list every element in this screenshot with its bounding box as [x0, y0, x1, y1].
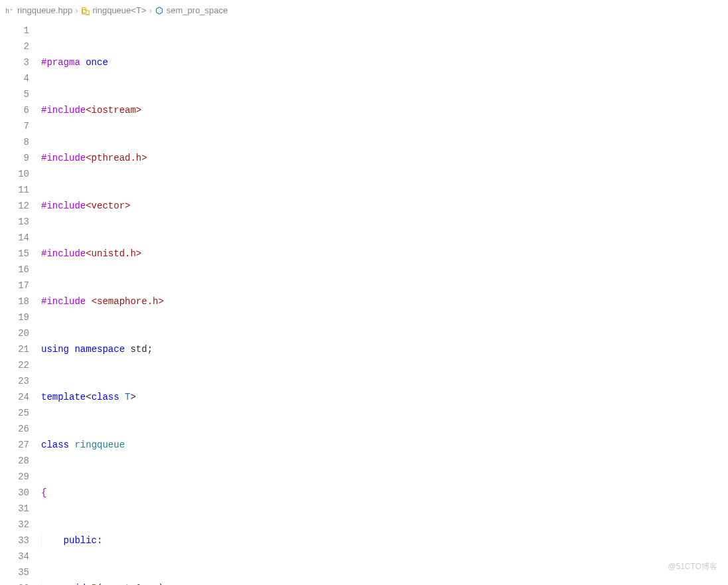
breadcrumb-file[interactable]: ringqueue.hpp: [17, 3, 72, 19]
line-number: 30: [0, 485, 29, 501]
line-number: 2: [0, 39, 29, 54]
line-number: 5: [0, 86, 29, 102]
svg-text:h⁺: h⁺: [5, 7, 13, 15]
class-icon: [80, 6, 90, 15]
line-number: 28: [0, 453, 29, 469]
line-number-gutter: 1234567891011121314151617181920212223242…: [0, 23, 41, 585]
line-number: 24: [0, 389, 29, 405]
line-number: 1: [0, 23, 29, 39]
line-number: 34: [0, 548, 29, 564]
line-number: 9: [0, 150, 29, 166]
watermark: @51CTO博客: [668, 558, 717, 574]
file-icon: h⁺: [5, 6, 15, 15]
chevron-right-icon: ›: [75, 3, 78, 19]
line-number: 33: [0, 533, 29, 548]
line-number: 32: [0, 517, 29, 533]
field-icon: [155, 6, 164, 15]
breadcrumb-member[interactable]: sem_pro_space: [167, 3, 228, 19]
line-number: 36: [0, 580, 29, 585]
line-number: 12: [0, 198, 29, 214]
breadcrumb: h⁺ ringqueue.hpp › ringqueue<T> › sem_pr…: [0, 0, 728, 21]
line-number: 26: [0, 421, 29, 437]
line-number: 11: [0, 182, 29, 198]
line-number: 23: [0, 373, 29, 389]
line-number: 3: [0, 54, 29, 70]
line-number: 22: [0, 357, 29, 373]
line-number: 31: [0, 501, 29, 517]
line-number: 21: [0, 341, 29, 357]
line-number: 20: [0, 325, 29, 341]
line-number: 8: [0, 134, 29, 150]
line-number: 6: [0, 102, 29, 118]
line-number: 17: [0, 278, 29, 293]
line-number: 16: [0, 262, 29, 278]
line-number: 29: [0, 469, 29, 485]
code-editor[interactable]: 1234567891011121314151617181920212223242…: [0, 21, 728, 585]
line-number: 4: [0, 70, 29, 86]
line-number: 13: [0, 214, 29, 230]
line-number: 14: [0, 230, 29, 246]
line-number: 7: [0, 118, 29, 134]
line-number: 27: [0, 437, 29, 453]
line-number: 35: [0, 564, 29, 580]
line-number: 19: [0, 309, 29, 325]
chevron-right-icon: ›: [149, 3, 151, 19]
line-number: 18: [0, 293, 29, 309]
code-content[interactable]: #pragma once #include<iostream> #include…: [41, 23, 728, 585]
line-number: 25: [0, 405, 29, 421]
breadcrumb-class[interactable]: ringqueue<T>: [92, 3, 146, 19]
line-number: 15: [0, 246, 29, 262]
line-number: 10: [0, 166, 29, 182]
